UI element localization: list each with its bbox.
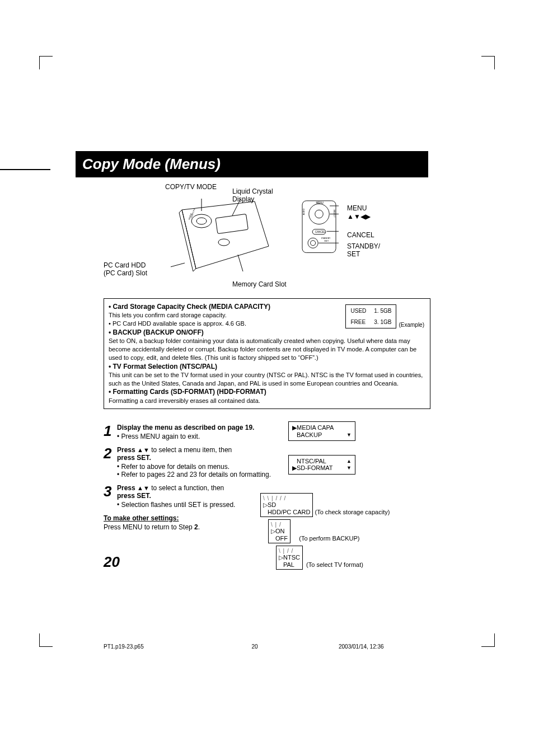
svg-line-8 [171,263,185,271]
remote-menu-label: MENU [347,204,367,212]
step-number: 3 [104,484,117,509]
text: This unit can be set to the TV format us… [109,371,425,388]
svg-point-13 [309,204,329,224]
svg-text:-SELECT: -SELECT [333,209,335,218]
bullet: Refer to above for details on menus. [117,463,271,471]
bullet: Selection flashes until SET is pressed. [117,501,235,509]
footer: PT1.p19-23.p65 20 2003/01/14, 12:36 [104,644,439,650]
lcd-used-label: USED [347,306,369,316]
flash-icon: \ | / / [279,548,293,554]
heading-tv-format: • TV Format Selection (NTSC/PAL) [109,362,425,371]
text: Set to ON, a backup folder containing yo… [109,337,425,362]
heading-format-cards: • Formatting Cards (SD-FORMAT) (HDD-FORM… [109,387,425,396]
step-number: 2 [104,446,117,478]
opt-sd: ▷SD [263,501,276,508]
crop-mark [481,633,495,647]
bullet: Press MENU again to exit. [117,433,254,440]
svg-text:/SET: /SET [324,240,329,242]
svg-text:STANDBY: STANDBY [321,237,331,240]
lcd-row: ▶SD-FORMAT [292,464,333,472]
lcd-row: BACKUP [292,431,322,438]
opt-on: ▷ON [271,528,285,534]
remote-cancel-label: CANCEL [347,231,374,239]
function-diagram: \ \ | / / / ▷SD HDD/PC CARD (To check st… [260,491,390,572]
svg-text:AUDIO: AUDIO [303,209,305,215]
bullet: Refer to pages 22 and 23 for details on … [117,471,271,478]
flash-icon: \ \ | / / / [263,495,286,501]
lcd-menu-2: NTSC/PAL▲ ▶SD-FORMAT▼ [288,455,355,475]
footer-file: PT1.p19-23.p65 [104,644,204,650]
lcd-menu-1: ▶MEDIA CAPA BACKUP▼ [288,421,355,441]
up-icon: ▲ [346,458,352,464]
crop-mark [39,56,53,69]
opt-off: OFF [271,535,288,542]
step-lead: Display the menu as described on page 19… [117,424,254,431]
flash-icon: \ | / [271,522,282,528]
info-box: USED1. 5GB FREE3. 1GB (Example) • Card S… [104,298,430,409]
label-memory-card: Memory Card Slot [232,280,287,288]
opt-ntsc: ▷NTSC [279,554,300,561]
svg-point-20 [308,238,318,248]
svg-point-3 [196,218,207,224]
svg-point-5 [218,239,229,246]
remote-standby-label: STANDBY/ SET [347,242,380,258]
lcd-used-value: 1. 5GB [371,306,395,316]
label-pc-card: PC Card HDD (PC Card) Slot [104,261,147,277]
svg-rect-4 [216,214,248,233]
svg-text:MENU: MENU [316,201,324,204]
page-title: Copy Mode (Menus) [76,151,428,177]
example-caption: (Example) [397,304,424,328]
up-down-icon: ▲▼ [137,447,149,453]
step-lead: Press ▲▼ to select a menu item, then pre… [117,446,232,462]
lcd-free-value: 3. 1GB [371,317,395,327]
opt-pal: PAL [279,561,294,568]
device-diagram: COPY/TV MODE Liquid Crystal Display PC C… [104,183,430,295]
text: Formatting a card irreversibly erases al… [109,397,425,405]
label-copy-tv: COPY/TV MODE [165,183,217,191]
footer-date: 2003/01/14, 12:36 [305,644,439,650]
steps-section: ▶MEDIA CAPA BACKUP▼ NTSC/PAL▲ ▶SD-FORMAT… [104,424,430,531]
example-lcd: USED1. 5GB FREE3. 1GB [345,304,396,328]
svg-point-2 [191,214,212,228]
svg-line-9 [238,255,246,271]
step-number: 1 [104,424,117,440]
svg-text:CANCEL: CANCEL [315,231,326,233]
caption: (To check storage capacity) [315,509,390,515]
step-2: 2 Press ▲▼ to select a menu item, then p… [104,446,430,478]
step-lead: Press ▲▼ to select a function, then pres… [117,484,224,500]
lcd-free-label: FREE [347,317,369,327]
down-icon: ▼ [346,432,352,438]
lcd-row: NTSC/PAL [292,458,326,464]
remote-illustration: MENU AUDIO -SELECT CANCEL STANDBY /SET [299,200,339,256]
svg-point-21 [311,241,316,246]
svg-line-7 [232,199,241,215]
remote-arrows-label: ▲▼◀▶ [347,213,371,220]
caption: (To select TV format) [306,561,363,568]
crop-mark [481,56,495,69]
footer-page: 20 [204,644,305,650]
device-illustration: COPY/TV MODE [171,199,271,271]
svg-rect-12 [302,201,336,253]
crop-mark [39,633,53,647]
caption: (To perform BACKUP) [299,535,359,542]
svg-point-14 [315,210,324,218]
step-1: 1 Display the menu as described on page … [104,424,430,440]
down-icon: ▼ [346,465,352,471]
up-down-icon: ▲▼ [137,485,149,491]
opt-hdd: HDD/PC CARD [263,509,310,515]
lcd-row: ▶MEDIA CAPA [292,424,334,431]
